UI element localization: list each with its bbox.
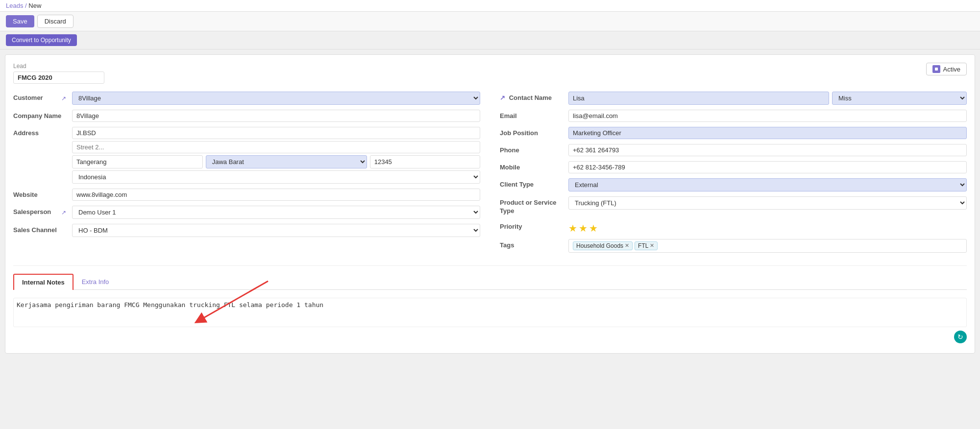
address-zip-input[interactable] bbox=[370, 155, 480, 168]
website-input[interactable] bbox=[72, 189, 480, 201]
email-row: Email bbox=[500, 110, 967, 122]
email-input[interactable] bbox=[568, 110, 967, 122]
tags-row: Tags Household Goods ✕ FTL ✕ bbox=[500, 239, 967, 253]
lead-title-input[interactable] bbox=[13, 72, 104, 84]
form-left-column: Customer ↗ 8Village Company Name bbox=[13, 92, 480, 258]
company-name-row: Company Name bbox=[13, 110, 480, 122]
client-type-row: Client Type External bbox=[500, 178, 967, 191]
mobile-label: Mobile bbox=[500, 161, 568, 171]
convert-to-opportunity-button[interactable]: Convert to Opportunity bbox=[6, 34, 77, 46]
salesperson-field: ↗ Demo User 1 bbox=[72, 206, 480, 219]
form-right-column: ↗ Contact Name Miss Email bbox=[500, 92, 967, 258]
refresh-icon: ↻ bbox=[957, 333, 963, 341]
status-badge: Active bbox=[926, 63, 967, 75]
phone-input[interactable] bbox=[568, 144, 967, 156]
contact-name-row-inputs: Miss bbox=[568, 92, 967, 105]
tab-internal-notes[interactable]: Internal Notes bbox=[13, 274, 74, 290]
customer-row: Customer ↗ 8Village bbox=[13, 92, 480, 105]
client-type-label: Client Type bbox=[500, 178, 568, 188]
tag-household-goods-remove[interactable]: ✕ bbox=[625, 242, 629, 249]
priority-star-1[interactable]: ★ bbox=[568, 222, 577, 234]
sales-channel-row: Sales Channel HO - BDM bbox=[13, 224, 480, 237]
tag-ftl-label: FTL bbox=[638, 242, 648, 249]
address-label: Address bbox=[13, 127, 72, 137]
priority-field: ★ ★ ★ bbox=[568, 220, 967, 234]
contact-name-fields: Miss bbox=[568, 92, 967, 105]
website-label: Website bbox=[13, 189, 72, 198]
status-icon bbox=[932, 65, 940, 73]
notes-section: Kerjasama pengiriman barang FMCG Menggun… bbox=[13, 296, 967, 345]
action-bar: Convert to Opportunity bbox=[0, 31, 980, 49]
form-header-left: Lead bbox=[13, 63, 104, 84]
breadcrumb-separator: / bbox=[25, 2, 27, 9]
contact-first-name-input[interactable] bbox=[568, 92, 829, 105]
mobile-input[interactable] bbox=[568, 161, 967, 173]
sales-channel-field: HO - BDM bbox=[72, 224, 480, 237]
sales-channel-select[interactable]: HO - BDM bbox=[72, 224, 480, 237]
save-button[interactable]: Save bbox=[6, 15, 34, 27]
form-body: Customer ↗ 8Village Company Name bbox=[13, 92, 967, 258]
tags-container[interactable]: Household Goods ✕ FTL ✕ bbox=[568, 239, 967, 253]
job-position-row: Job Position bbox=[500, 127, 967, 139]
product-service-field: Trucking (FTL) bbox=[568, 196, 967, 210]
salesperson-select[interactable]: Demo User 1 bbox=[72, 206, 480, 219]
contact-title-select[interactable]: Miss bbox=[832, 92, 967, 105]
job-position-field bbox=[568, 127, 967, 139]
breadcrumb-leads[interactable]: Leads bbox=[6, 2, 23, 9]
lead-section-label: Lead bbox=[13, 63, 104, 70]
address-row3: Jawa Barat bbox=[72, 155, 480, 168]
sales-channel-label: Sales Channel bbox=[13, 224, 72, 234]
contact-name-row: ↗ Contact Name Miss bbox=[500, 92, 967, 105]
customer-select[interactable]: 8Village bbox=[72, 92, 480, 105]
tags-label: Tags bbox=[500, 239, 568, 249]
salesperson-row: Salesperson ↗ Demo User 1 bbox=[13, 206, 480, 219]
contact-name-ext-link[interactable]: ↗ bbox=[500, 94, 505, 101]
tab-extra-info[interactable]: Extra Info bbox=[74, 274, 118, 290]
address-city-input[interactable] bbox=[72, 155, 203, 168]
toolbar: Save Discard bbox=[0, 12, 980, 31]
contact-name-text: Contact Name bbox=[509, 94, 552, 101]
priority-star-2[interactable]: ★ bbox=[579, 222, 588, 234]
priority-row: Priority ★ ★ ★ bbox=[500, 220, 967, 234]
salesperson-external-link-icon[interactable]: ↗ bbox=[61, 209, 66, 216]
tag-household-goods-label: Household Goods bbox=[576, 242, 623, 249]
priority-star-3[interactable]: ★ bbox=[589, 222, 598, 234]
tag-ftl-remove[interactable]: ✕ bbox=[650, 242, 654, 249]
job-position-input[interactable] bbox=[568, 127, 967, 139]
address-state-select[interactable]: Jawa Barat bbox=[206, 155, 367, 168]
website-row: Website bbox=[13, 189, 480, 201]
address-street1-input[interactable] bbox=[72, 127, 480, 139]
website-field bbox=[72, 189, 480, 201]
phone-label: Phone bbox=[500, 144, 568, 154]
mobile-field bbox=[568, 161, 967, 173]
priority-stars: ★ ★ ★ bbox=[568, 220, 967, 234]
address-country-select[interactable]: Indonesia bbox=[72, 170, 480, 184]
address-row: Address Jawa Barat Indonesia bbox=[13, 127, 480, 184]
internal-notes-textarea[interactable]: Kerjasama pengiriman barang FMCG Menggun… bbox=[13, 298, 967, 327]
address-street2-input[interactable] bbox=[72, 141, 480, 153]
tabs: Internal Notes Extra Info bbox=[13, 274, 967, 290]
job-position-label: Job Position bbox=[500, 127, 568, 137]
customer-field: ↗ 8Village bbox=[72, 92, 480, 105]
breadcrumb-current: New bbox=[28, 2, 41, 9]
client-type-field: External bbox=[568, 178, 967, 191]
tag-ftl: FTL ✕ bbox=[635, 241, 658, 250]
tags-field: Household Goods ✕ FTL ✕ bbox=[568, 239, 967, 253]
notes-footer: ↻ bbox=[13, 329, 967, 343]
form-header: Lead Active bbox=[13, 63, 967, 84]
section-divider bbox=[13, 265, 967, 266]
product-service-row: Product or Service Type Trucking (FTL) bbox=[500, 196, 967, 215]
email-field bbox=[568, 110, 967, 122]
company-name-label: Company Name bbox=[13, 110, 72, 119]
company-name-field bbox=[72, 110, 480, 122]
client-type-select[interactable]: External bbox=[568, 178, 967, 191]
contact-name-label: ↗ Contact Name bbox=[500, 92, 568, 101]
customer-external-link-icon[interactable]: ↗ bbox=[61, 95, 66, 102]
product-service-select[interactable]: Trucking (FTL) bbox=[568, 196, 967, 210]
refresh-button[interactable]: ↻ bbox=[954, 331, 967, 343]
company-name-input[interactable] bbox=[72, 110, 480, 122]
discard-button[interactable]: Discard bbox=[37, 15, 74, 28]
mobile-row: Mobile bbox=[500, 161, 967, 173]
email-label: Email bbox=[500, 110, 568, 119]
address-fields: Jawa Barat Indonesia bbox=[72, 127, 480, 184]
